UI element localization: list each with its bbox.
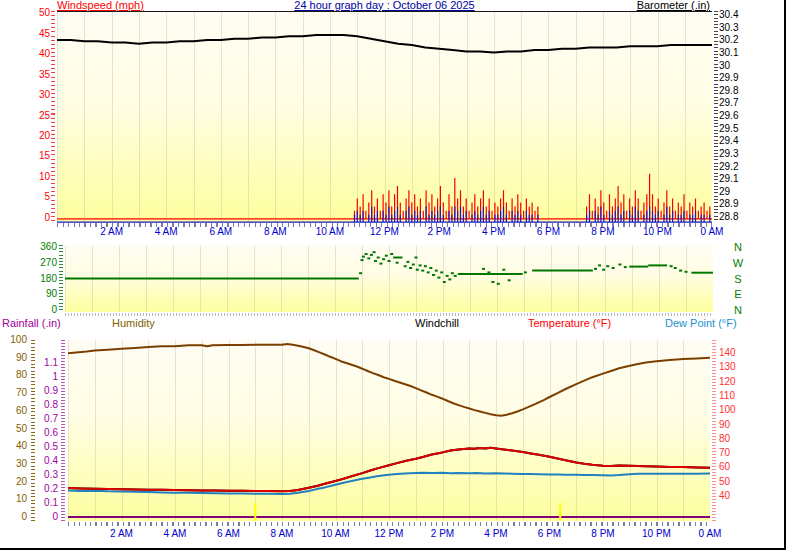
compass-label: E xyxy=(714,289,762,299)
x-tick-label: 8 AM xyxy=(251,227,299,237)
wind-direction-dot xyxy=(396,262,399,264)
weather-24h-graph-page: Windspeed (mph) 24 hour graph day : Octo… xyxy=(0,0,798,554)
rain-tick-label: 0.7 xyxy=(16,414,58,424)
wind-direction-dot xyxy=(502,269,505,271)
temperature-axis-ticks xyxy=(712,340,716,521)
temp-tick-label: 110 xyxy=(719,391,735,401)
temp-tick-label: 130 xyxy=(719,362,736,372)
x-tick-label: 6 PM xyxy=(526,529,574,539)
humidity-series-label: Humidity xyxy=(112,317,155,329)
wind-direction-dot xyxy=(443,281,446,283)
rain-tick-label: 1 xyxy=(16,372,58,382)
dir-tick-label: 360 xyxy=(15,242,57,252)
wind-direction-dot xyxy=(362,256,365,258)
x-tick-label: 4 AM xyxy=(142,227,190,237)
compass-label: S xyxy=(714,274,762,284)
dew-point-series-label: Dew Point (°F) xyxy=(665,317,737,329)
direction-panel-time-ticks xyxy=(65,313,713,316)
temp-tick-label: 70 xyxy=(719,448,730,458)
wind-direction-dot xyxy=(404,265,407,267)
wind-direction-dot xyxy=(432,274,435,276)
wind-direction-dot xyxy=(370,254,373,256)
wind-direction-dot xyxy=(685,271,688,273)
baro-tick-label: 29.3 xyxy=(719,149,738,159)
wind-direction-dot xyxy=(365,253,368,255)
temp-tick-label: 100 xyxy=(719,405,736,415)
wind-tick-label: 30 xyxy=(8,90,50,100)
baro-tick-label: 29.1 xyxy=(719,174,738,184)
wind-direction-dot xyxy=(429,267,432,269)
wind-gust-spikes xyxy=(57,174,712,219)
x-tick-label: 8 PM xyxy=(579,227,627,237)
wind-tick-label: 25 xyxy=(8,111,50,121)
wind-direction-dot xyxy=(427,271,430,273)
wind-direction-dot xyxy=(390,253,393,255)
wind-direction-dot xyxy=(487,271,490,273)
baro-tick-label: 30.2 xyxy=(719,35,738,45)
wind-direction-dot xyxy=(451,272,454,274)
wind-direction-dot xyxy=(440,271,443,273)
wind-direction-dot xyxy=(670,265,673,267)
wind-tick-label: 45 xyxy=(8,29,50,39)
baro-tick-label: 28.8 xyxy=(719,212,738,222)
compass-label: N xyxy=(714,305,762,315)
bottom-panel-time-ticks xyxy=(68,522,710,526)
wind-direction-dot xyxy=(373,251,376,253)
wind-direction-dot xyxy=(508,279,511,281)
x-tick-label: 12 PM xyxy=(361,227,409,237)
baro-tick-label: 29.7 xyxy=(719,98,738,108)
dir-tick-label: 0 xyxy=(15,305,57,315)
wind-direction-dot xyxy=(382,258,385,260)
wind-direction-dot xyxy=(412,264,415,266)
windchill-series-label: Windchill xyxy=(415,317,459,329)
x-tick-label: 4 AM xyxy=(151,529,199,539)
wind-direction-dot xyxy=(491,281,494,283)
dir-tick-label: 270 xyxy=(15,258,57,268)
wind-direction-dot xyxy=(674,267,677,269)
wind-direction-dot xyxy=(419,264,422,266)
wind-direction-dot xyxy=(448,278,451,280)
wind-direction-dot xyxy=(388,260,391,262)
x-tick-label: 2 AM xyxy=(88,227,136,237)
rain-tick-label: 0.9 xyxy=(16,386,58,396)
temp-humidity-rain-panel xyxy=(68,340,710,521)
wind-direction-dot xyxy=(524,271,527,273)
wind-tick-label: 50 xyxy=(8,8,50,18)
x-tick-label: 2 AM xyxy=(98,529,146,539)
wind-direction-dot xyxy=(416,269,419,271)
x-tick-label: 10 PM xyxy=(633,529,681,539)
humidity-tick-label: 100 xyxy=(0,335,27,345)
x-tick-label: 8 AM xyxy=(258,529,306,539)
wind-direction-dot xyxy=(482,268,485,270)
temperature-line xyxy=(68,448,710,492)
direction-axis-ticks xyxy=(59,245,63,312)
baro-tick-label: 28.9 xyxy=(719,199,738,209)
wind-direction-dot xyxy=(361,259,364,261)
rainfall-series-label: Rainfall (.in) xyxy=(2,317,61,329)
baro-tick-label: 29.2 xyxy=(719,162,738,172)
temp-tick-label: 140 xyxy=(719,348,736,358)
wind-direction-panel xyxy=(65,245,713,312)
wind-direction-dot xyxy=(454,275,457,277)
wind-direction-dot xyxy=(612,267,615,269)
x-tick-label: 2 PM xyxy=(415,227,463,237)
temp-tick-label: 80 xyxy=(719,434,730,444)
wind-direction-dot xyxy=(367,257,370,259)
x-tick-label: 6 PM xyxy=(524,227,572,237)
dir-tick-label: 90 xyxy=(15,289,57,299)
wind-tick-label: 15 xyxy=(8,151,50,161)
wind-direction-dot xyxy=(359,272,362,274)
compass-label: N xyxy=(714,242,762,252)
wind-direction-dot xyxy=(594,268,597,270)
wind-tick-label: 20 xyxy=(8,131,50,141)
wind-direction-dot xyxy=(598,264,601,266)
rain-tick-label: 0.1 xyxy=(16,498,58,508)
x-tick-label: 4 PM xyxy=(470,227,518,237)
frame-border-right xyxy=(784,0,786,550)
baro-tick-label: 29 xyxy=(719,187,730,197)
rain-tick-label: 0.3 xyxy=(16,470,58,480)
wind-direction-dot xyxy=(624,266,627,268)
wind-direction-dot xyxy=(606,265,609,267)
wind-direction-dot xyxy=(385,255,388,257)
x-tick-label: 2 PM xyxy=(419,529,467,539)
